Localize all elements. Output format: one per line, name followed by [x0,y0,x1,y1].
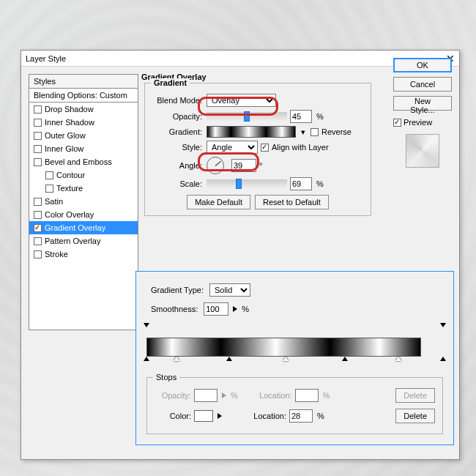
sidebar-checkbox[interactable] [34,158,42,166]
sidebar-item-label: Satin [45,197,63,206]
opacity-slider[interactable] [207,112,287,121]
sidebar-item-outer-glow[interactable]: Outer Glow [29,129,138,142]
opacity-stop[interactable] [144,323,149,330]
angle-input[interactable] [231,159,256,172]
opacity-unit: % [316,112,324,121]
color-stop[interactable] [395,357,401,364]
sidebar-item-label: Color Overlay [45,210,94,219]
scale-input[interactable] [290,177,312,190]
sidebar-checkbox[interactable] [34,211,42,219]
stop-opacity-input [194,389,217,402]
gradient-type-label: Gradient Type: [151,286,204,294]
color-stop[interactable] [174,357,179,364]
sidebar-item-label: Gradient Overlay [45,223,105,232]
smoothness-unit: % [242,305,249,313]
sidebar-checkbox[interactable] [45,171,53,179]
stop-location-top-label: Location: [251,391,292,400]
opacity-input[interactable] [290,110,312,123]
gradient-bar[interactable] [146,338,421,357]
sidebar-item-color-overlay[interactable]: Color Overlay [29,208,138,221]
sidebar-checkbox[interactable] [34,237,42,245]
sidebar-item-label: Outer Glow [45,131,86,140]
scale-slider[interactable] [207,179,287,188]
align-label: Align with Layer [272,143,329,152]
sidebar-item-bevel-and-emboss[interactable]: Bevel and Emboss [29,155,138,168]
scale-label: Scale: [151,179,202,188]
sidebar-item-texture[interactable]: Texture [29,182,138,195]
opacity-stop[interactable] [440,323,446,330]
smoothness-stepper-icon[interactable] [233,306,237,312]
blend-mode-select[interactable]: Overlay [207,94,276,107]
sidebar-checkbox[interactable] [34,250,42,259]
sidebar-checkbox[interactable] [34,132,42,140]
stop-delete-top-button: Delete [395,388,435,403]
sidebar-item-label: Stroke [45,250,68,259]
style-preview-swatch [406,134,439,168]
sidebar-item-label: Inner Shadow [45,118,94,127]
color-stop[interactable] [342,357,348,364]
style-label: Style: [151,143,202,152]
preview-label: Preview [404,118,432,127]
window-title: Layer Style [26,54,66,63]
sidebar-item-label: Drop Shadow [45,105,94,114]
color-stop[interactable] [283,357,289,364]
style-select[interactable]: Angle [207,141,258,154]
gradient-editor: Gradient Type: Solid Smoothness: % Stops… [135,271,454,445]
opacity-label: Opacity: [151,112,202,121]
stop-location-input[interactable] [289,409,313,423]
sidebar-item-inner-shadow[interactable]: Inner Shadow [29,116,138,129]
color-stop[interactable] [440,357,446,364]
smoothness-label: Smoothness: [151,305,198,313]
sidebar-item-contour[interactable]: Contour [29,168,138,182]
reset-default-button[interactable]: Reset to Default [255,195,329,209]
cancel-button[interactable]: Cancel [393,77,452,92]
color-stop[interactable] [144,357,149,364]
gradient-type-select[interactable]: Solid [209,283,250,297]
gradient-preview[interactable] [207,126,296,138]
reverse-label: Reverse [321,127,352,136]
stop-color-stepper-icon[interactable] [217,413,222,419]
sidebar-checkbox[interactable] [45,185,53,193]
sidebar-checkbox[interactable] [34,224,42,232]
sidebar-checkbox[interactable] [34,198,42,206]
scale-unit: % [316,179,324,188]
blending-options[interactable]: Blending Options: Custom [29,89,138,103]
sidebar-item-gradient-overlay[interactable]: Gradient Overlay [29,221,138,234]
sidebar-item-label: Texture [56,184,83,193]
sidebar-item-pattern-overlay[interactable]: Pattern Overlay [29,234,138,248]
sidebar-checkbox[interactable] [34,119,42,127]
sidebar-item-label: Pattern Overlay [45,237,100,245]
stop-location-label: Location: [245,412,286,420]
sidebar-item-stroke[interactable]: Stroke [29,248,138,261]
stop-opacity-label: Opacity: [155,391,191,400]
stop-opacity-unit: % [231,391,238,400]
sidebar-item-satin[interactable]: Satin [29,195,138,208]
stop-location-top-input [295,389,319,402]
smoothness-input[interactable] [204,302,228,316]
color-stop[interactable] [226,357,232,364]
stop-color-swatch[interactable] [194,410,213,422]
dialog-buttons: OK Cancel New Style... Preview [393,58,452,168]
stop-color-label: Color: [155,412,191,420]
stop-opacity-stepper-icon [222,393,226,398]
gradient-dropdown-icon[interactable]: ▾ [299,127,308,137]
sidebar-header[interactable]: Styles [29,75,138,89]
stop-delete-button[interactable]: Delete [395,409,435,423]
sidebar-item-drop-shadow[interactable]: Drop Shadow [29,103,138,116]
angle-label: Angle: [151,161,202,170]
align-checkbox[interactable] [261,144,269,152]
sidebar-item-label: Bevel and Emboss [45,157,112,166]
make-default-button[interactable]: Make Default [187,195,250,209]
styles-sidebar: Styles Blending Options: Custom Drop Sha… [29,74,138,330]
ok-button[interactable]: OK [393,58,452,72]
new-style-button[interactable]: New Style... [393,96,452,111]
gradient-label: Gradient: [151,127,202,136]
preview-checkbox[interactable] [393,119,401,127]
reverse-checkbox[interactable] [310,128,319,136]
angle-dial[interactable] [207,157,224,174]
sidebar-checkbox[interactable] [34,105,42,114]
blend-mode-label: Blend Mode: [151,96,202,105]
sidebar-checkbox[interactable] [34,145,42,153]
gradient-legend: Gradient [151,78,190,87]
sidebar-item-inner-glow[interactable]: Inner Glow [29,142,138,155]
